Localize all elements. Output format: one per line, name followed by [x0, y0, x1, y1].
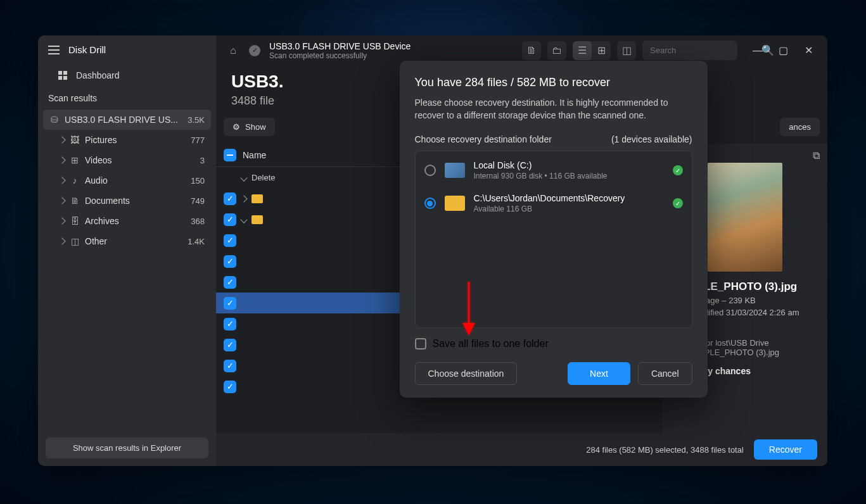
recover-button[interactable]: Recover — [754, 439, 817, 460]
sidebar-item-label: Audio — [85, 175, 186, 186]
checkbox-unchecked[interactable] — [415, 338, 426, 350]
cancel-button[interactable]: Cancel — [638, 362, 692, 385]
scan-results-heading: Scan results — [38, 87, 216, 110]
panel-toggle-button[interactable]: ◫ — [617, 41, 636, 60]
folder-icon — [252, 215, 263, 224]
menu-icon[interactable] — [48, 46, 60, 54]
archive-icon: 🗄 — [70, 216, 80, 226]
sidebar-item-count: 749 — [191, 196, 205, 206]
destination-local-disk[interactable]: Local Disk (C:) Internal 930 GB disk • 1… — [416, 154, 692, 187]
chevron-right-icon — [58, 197, 65, 204]
sidebar-item-pictures[interactable]: 🖼 Pictures 777 — [43, 130, 211, 150]
sidebar-item-label: Pictures — [85, 135, 186, 145]
audio-icon: ♪ — [70, 175, 80, 186]
save-all-option[interactable]: Save all files to one folder — [415, 338, 692, 350]
grid-view-button[interactable]: ⊞ — [592, 41, 611, 60]
check-icon: ✓ — [673, 198, 683, 208]
sidebar-item-label: Other — [85, 236, 182, 246]
sidebar: Disk Drill Dashboard Scan results ⛁ USB3… — [38, 35, 216, 466]
home-button[interactable]: ⌂ — [224, 41, 243, 60]
chevron-down-icon — [240, 216, 247, 223]
chevron-right-icon — [58, 136, 65, 143]
list-view-button[interactable]: ☰ — [573, 41, 592, 60]
sidebar-item-label: Videos — [85, 155, 195, 165]
sidebar-item-audio[interactable]: ♪ Audio 150 — [43, 170, 211, 191]
file-view-button[interactable]: 🗎 — [522, 41, 541, 60]
dialog-description: Please choose recovery destination. It i… — [415, 97, 692, 122]
row-checkbox[interactable] — [224, 213, 236, 226]
maximize-button[interactable]: ▢ — [772, 41, 794, 60]
choose-destination-button[interactable]: Choose destination — [415, 362, 518, 385]
image-icon: 🖼 — [70, 135, 80, 145]
folder-view-button[interactable]: 🗀 — [547, 41, 566, 60]
recovery-destination-dialog: You have 284 files / 582 MB to recover P… — [400, 61, 708, 398]
next-button[interactable]: Next — [568, 362, 630, 385]
chevron-right-icon — [58, 217, 65, 224]
chevron-right-icon — [58, 156, 65, 163]
sidebar-item-count: 150 — [191, 176, 205, 186]
destination-details: Available 116 GB — [474, 205, 664, 213]
destination-name: Local Disk (C:) — [474, 160, 664, 170]
dashboard-icon — [58, 71, 67, 80]
chevron-right-icon — [58, 237, 65, 244]
scan-status: Scan completed successfully — [269, 51, 411, 60]
row-checkbox[interactable] — [224, 297, 236, 310]
app-title: Disk Drill — [68, 44, 106, 55]
row-checkbox[interactable] — [224, 360, 236, 372]
select-all-checkbox[interactable] — [224, 149, 236, 161]
document-icon: 🗎 — [70, 196, 80, 206]
sidebar-item-label: Archives — [85, 216, 186, 226]
sidebar-item-count: 3 — [200, 156, 205, 165]
chevron-right-icon — [240, 195, 247, 202]
sidebar-item-archives[interactable]: 🗄 Archives 368 — [43, 211, 211, 231]
app-window: Disk Drill Dashboard Scan results ⛁ USB3… — [38, 35, 827, 466]
radio-checked[interactable] — [424, 198, 436, 209]
sidebar-item-documents[interactable]: 🗎 Documents 749 — [43, 191, 211, 211]
radio-unchecked[interactable] — [424, 165, 436, 176]
video-icon: ⊞ — [70, 155, 80, 165]
sidebar-item-count: 368 — [191, 217, 205, 226]
close-button[interactable]: ✕ — [797, 41, 820, 60]
disk-icon: ⛁ — [49, 115, 60, 125]
show-filter[interactable]: ⚙Show — [224, 118, 275, 136]
row-checkbox[interactable] — [224, 276, 236, 289]
row-checkbox[interactable] — [224, 255, 236, 268]
disk-icon — [445, 163, 465, 178]
minimize-button[interactable]: — — [746, 41, 769, 60]
row-checkbox[interactable] — [224, 381, 236, 393]
sidebar-item-count: 3.5K — [188, 115, 205, 125]
destination-name: C:\Users\Jordan\Documents\Recovery — [474, 193, 664, 203]
search-box[interactable]: 🔍 — [642, 41, 737, 60]
sidebar-item-label: Documents — [85, 196, 186, 206]
destination-recovery-folder[interactable]: C:\Users\Jordan\Documents\Recovery Avail… — [416, 187, 692, 220]
row-checkbox[interactable] — [224, 234, 236, 247]
dashboard-nav[interactable]: Dashboard — [38, 64, 216, 87]
folder-icon — [252, 194, 263, 203]
main-panel: ⌂ ✓ USB3.0 FLASH DRIVE USB Device Scan c… — [216, 35, 827, 466]
selection-status: 284 files (582 MB) selected, 3488 files … — [586, 445, 744, 455]
row-checkbox[interactable] — [224, 318, 236, 331]
sidebar-item-videos[interactable]: ⊞ Videos 3 — [43, 150, 211, 170]
destination-list: Local Disk (C:) Internal 930 GB disk • 1… — [415, 151, 692, 328]
show-in-explorer-button[interactable]: Show scan results in Explorer — [46, 438, 208, 458]
sidebar-item-label: USB3.0 FLASH DRIVE US... — [65, 115, 182, 125]
chevron-down-icon[interactable] — [240, 174, 247, 181]
search-input[interactable] — [650, 46, 756, 55]
row-checkbox[interactable] — [224, 192, 236, 205]
destination-details: Internal 930 GB disk • 116 GB available — [474, 172, 664, 180]
preview-thumbnail — [708, 163, 782, 272]
devices-available: (1 devices available) — [611, 134, 692, 144]
sidebar-item-device[interactable]: ⛁ USB3.0 FLASH DRIVE US... 3.5K — [43, 110, 211, 130]
check-icon: ✓ — [673, 165, 683, 175]
status-icon: ✓ — [249, 45, 260, 56]
folder-icon — [445, 196, 465, 211]
dialog-title: You have 284 files / 582 MB to recover — [415, 76, 692, 89]
chances-filter[interactable]: ances — [780, 118, 820, 136]
row-checkbox[interactable] — [224, 339, 236, 351]
chevron-right-icon — [58, 177, 65, 184]
save-all-label: Save all files to one folder — [433, 338, 549, 350]
sidebar-item-other[interactable]: ◫ Other 1.4K — [43, 231, 211, 251]
dashboard-label: Dashboard — [76, 70, 120, 80]
sidebar-item-count: 777 — [191, 135, 205, 145]
popout-icon[interactable]: ⧉ — [813, 150, 820, 161]
